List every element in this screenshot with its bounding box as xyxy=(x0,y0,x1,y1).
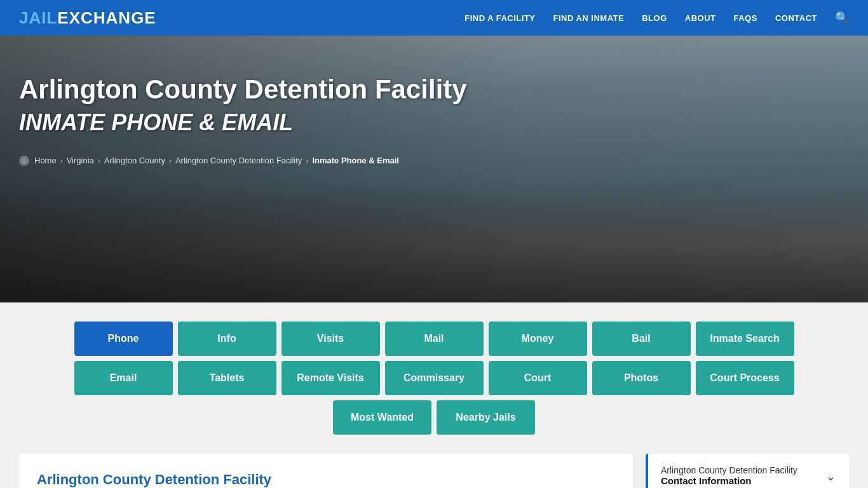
breadcrumb-virginia[interactable]: Virginia xyxy=(67,156,94,165)
btn-visits[interactable]: Visits xyxy=(281,322,380,356)
hero-content: Arlington County Detention Facility INMA… xyxy=(0,36,868,166)
site-logo[interactable]: JAILEXCHANGE xyxy=(19,8,156,28)
logo-part2: EXCHANGE xyxy=(57,8,156,27)
breadcrumb-current: Inmate Phone & Email xyxy=(312,156,399,165)
hero-section: Arlington County Detention Facility INMA… xyxy=(0,36,868,302)
breadcrumb-arrow-3: › xyxy=(169,156,172,165)
main-content: Phone Info Visits Mail Money Bail Inmate… xyxy=(0,302,868,488)
btn-email[interactable]: Email xyxy=(74,361,173,395)
contact-info-card: Arlington County Detention Facility Cont… xyxy=(646,454,849,488)
main-nav: FIND A FACILITY FIND AN INMATE BLOG ABOU… xyxy=(465,11,849,25)
btn-mail[interactable]: Mail xyxy=(385,322,484,356)
breadcrumb-facility[interactable]: Arlington County Detention Facility xyxy=(175,156,302,165)
btn-bail[interactable]: Bail xyxy=(592,322,691,356)
button-row-1: Phone Info Visits Mail Money Bail Inmate… xyxy=(74,322,794,356)
breadcrumb-arrow-1: › xyxy=(60,156,63,165)
nav-find-inmate[interactable]: FIND AN INMATE xyxy=(553,13,625,23)
site-header: JAILEXCHANGE FIND A FACILITY FIND AN INM… xyxy=(0,0,868,36)
search-button[interactable]: 🔍 xyxy=(835,11,849,25)
nav-find-facility[interactable]: FIND A FACILITY xyxy=(465,13,535,23)
navigation-button-grid: Phone Info Visits Mail Money Bail Inmate… xyxy=(19,322,849,435)
breadcrumb-arrow-4: › xyxy=(306,156,308,165)
btn-remote-visits[interactable]: Remote Visits xyxy=(281,361,380,395)
nav-about[interactable]: ABOUT xyxy=(685,13,716,23)
contact-info-text: Arlington County Detention Facility Cont… xyxy=(661,465,797,486)
btn-money[interactable]: Money xyxy=(489,322,587,356)
facility-info-card: Arlington County Detention Facility Addr… xyxy=(19,454,633,488)
btn-phone[interactable]: Phone xyxy=(74,322,173,356)
btn-nearby-jails[interactable]: Nearby Jails xyxy=(437,400,535,435)
btn-court-process[interactable]: Court Process xyxy=(696,361,794,395)
breadcrumb-arlington-county[interactable]: Arlington County xyxy=(104,156,165,165)
btn-photos[interactable]: Photos xyxy=(592,361,691,395)
breadcrumb: ⌂ Home › Virginia › Arlington County › A… xyxy=(19,156,849,166)
facility-card-title: Arlington County Detention Facility xyxy=(37,471,615,488)
home-icon: ⌂ xyxy=(19,156,29,166)
button-row-3: Most Wanted Nearby Jails xyxy=(333,400,535,435)
btn-court[interactable]: Court xyxy=(489,361,587,395)
btn-inmate-search[interactable]: Inmate Search xyxy=(696,322,794,356)
page-title: Arlington County Detention Facility INMA… xyxy=(19,74,496,138)
breadcrumb-arrow-2: › xyxy=(98,156,100,165)
chevron-down-icon: ⌄ xyxy=(825,468,836,484)
bottom-section: Arlington County Detention Facility Addr… xyxy=(19,454,849,488)
nav-contact[interactable]: CONTACT xyxy=(775,13,817,23)
btn-commissary[interactable]: Commissary xyxy=(385,361,484,395)
btn-most-wanted[interactable]: Most Wanted xyxy=(333,400,431,435)
btn-info[interactable]: Info xyxy=(178,322,276,356)
contact-info-header[interactable]: Arlington County Detention Facility Cont… xyxy=(646,454,849,488)
breadcrumb-home[interactable]: Home xyxy=(34,156,57,165)
btn-tablets[interactable]: Tablets xyxy=(178,361,276,395)
button-row-2: Email Tablets Remote Visits Commissary C… xyxy=(74,361,794,395)
contact-section-title: Contact Information xyxy=(661,475,797,486)
nav-faqs[interactable]: FAQs xyxy=(734,13,757,23)
contact-facility-name: Arlington County Detention Facility xyxy=(661,465,797,475)
logo-part1: JAIL xyxy=(19,8,57,27)
nav-blog[interactable]: BLOG xyxy=(642,13,667,23)
